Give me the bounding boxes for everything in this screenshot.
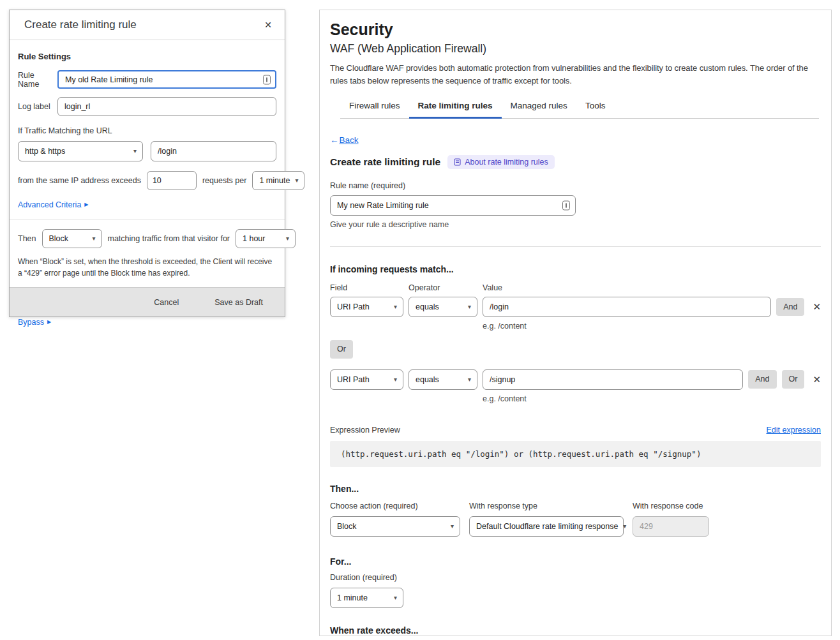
period-select[interactable]: 1 minute ▾ [252, 171, 304, 190]
back-row: ←Back [330, 135, 821, 145]
caret-down-icon: ▾ [468, 304, 471, 310]
rule-name-input[interactable] [57, 70, 276, 89]
advanced-criteria-label: Advanced Criteria [18, 200, 81, 209]
autofill-icon[interactable] [263, 75, 271, 84]
response-type-value: Default Cloudflare rate limiting respons… [476, 522, 618, 531]
advanced-criteria-link[interactable]: Advanced Criteria ▶ [18, 200, 89, 209]
document-icon [454, 158, 461, 166]
response-type-select[interactable]: Default Cloudflare rate limiting respons… [469, 516, 624, 537]
disclosure-icon: ▶ [47, 320, 51, 325]
form-title-row: Create rate limiting rule About rate lim… [330, 155, 821, 169]
operator-select-value: equals [416, 375, 439, 384]
autofill-icon[interactable] [562, 201, 570, 211]
ban-duration-select[interactable]: 1 hour ▾ [236, 229, 296, 248]
condition-column-labels: Field Operator Value [330, 283, 821, 292]
choose-action-label: Choose action (required) [330, 502, 460, 510]
or-button[interactable]: Or [782, 370, 805, 389]
tab-managed-rules[interactable]: Managed rules [502, 94, 576, 118]
log-label-input[interactable] [57, 97, 276, 116]
value-helper: e.g. /content [483, 394, 821, 403]
cancel-button[interactable]: Cancel [150, 297, 183, 308]
threshold-prefix-text: from the same IP address exceeds [18, 176, 141, 185]
tab-rate-limiting-rules[interactable]: Rate limiting rules [409, 94, 502, 118]
ban-duration-value: 1 hour [243, 234, 265, 243]
caret-down-icon: ▾ [295, 177, 298, 184]
rule-name-label: Rule Name [18, 71, 57, 89]
rate-heading: When rate exceeds... [330, 625, 821, 636]
field-select[interactable]: URI Path ▾ [330, 369, 403, 390]
duration-select-value: 1 minute [337, 593, 368, 602]
page-title: Security [330, 20, 821, 39]
rule-settings-heading: Rule Settings [18, 52, 276, 61]
condition-row: URI Path ▾ equals ▾ And Or ✕ [330, 369, 821, 390]
condition-row: URI Path ▾ equals ▾ And ✕ [330, 297, 821, 317]
period-select-value: 1 minute [259, 176, 290, 185]
field-select[interactable]: URI Path ▾ [330, 297, 403, 317]
value-column-label: Value [483, 283, 502, 292]
operator-select[interactable]: equals ▾ [409, 369, 477, 390]
remove-condition-icon[interactable]: ✕ [813, 374, 821, 385]
rule-name-helper: Give your rule a descriptive name [330, 220, 821, 229]
field-select-value: URI Path [337, 302, 370, 311]
scheme-select-value: http & https [25, 147, 65, 156]
url-match-row: http & https ▾ [18, 141, 276, 161]
field-select-value: URI Path [337, 375, 370, 384]
for-section: For... Duration (required) 1 minute ▾ [330, 556, 821, 608]
scheme-select[interactable]: http & https ▾ [18, 141, 143, 161]
or-button[interactable]: Or [330, 340, 353, 359]
block-note-text: When “Block” is set, when the threshold … [18, 256, 276, 279]
save-as-draft-button[interactable]: Save as Draft [211, 297, 267, 308]
legacy-rate-limit-dialog: Create rate limiting rule ✕ Rule Setting… [9, 10, 285, 317]
back-link[interactable]: ←Back [330, 135, 359, 145]
remove-condition-icon[interactable]: ✕ [813, 301, 821, 313]
about-badge-label: About rate limiting rules [465, 158, 548, 167]
caret-down-icon: ▾ [92, 235, 95, 242]
operator-select[interactable]: equals ▾ [409, 297, 477, 317]
value-input[interactable] [483, 297, 771, 317]
close-icon[interactable]: ✕ [264, 20, 272, 29]
rule-name-input[interactable] [330, 195, 576, 216]
page-subtitle: WAF (Web Application Firewall) [330, 42, 821, 56]
rate-section: When rate exceeds... Requests (required)… [330, 625, 821, 640]
then-suffix-text: matching traffic from that visitor for [108, 234, 230, 243]
response-code-input [633, 516, 709, 537]
url-input[interactable] [151, 141, 276, 161]
then-label: Then [18, 234, 36, 243]
then-section: Then... Choose action (required) Block ▾… [330, 484, 821, 537]
bypass-link[interactable]: Bypass ▶ [18, 318, 51, 327]
disclosure-icon: ▶ [84, 202, 88, 207]
expression-code: (http.request.uri.path eq "/login") or (… [330, 441, 821, 467]
expression-preview-label: Expression Preview [330, 426, 400, 435]
edit-expression-link[interactable]: Edit expression [767, 426, 821, 435]
then-heading: Then... [330, 484, 821, 494]
caret-down-icon: ▾ [394, 595, 397, 601]
traffic-matching-heading: If Traffic Matching the URL [18, 126, 276, 135]
caret-down-icon: ▾ [394, 304, 397, 310]
and-button[interactable]: And [748, 370, 776, 389]
divider [330, 246, 821, 247]
tab-tools[interactable]: Tools [576, 94, 615, 118]
dialog-title: Create rate limiting rule [24, 19, 137, 31]
threshold-input[interactable] [147, 171, 197, 190]
tab-firewall-rules[interactable]: Firewall rules [340, 94, 409, 118]
and-button[interactable]: And [776, 298, 804, 316]
action-select[interactable]: Block ▾ [42, 229, 102, 248]
caret-down-icon: ▾ [451, 523, 454, 530]
duration-select[interactable]: 1 minute ▾ [330, 588, 403, 608]
caret-down-icon: ▾ [468, 376, 471, 383]
waf-tab-bar: Firewall rules Rate limiting rules Manag… [340, 94, 819, 119]
threshold-suffix-text: requests per [202, 176, 246, 185]
value-input[interactable] [483, 369, 743, 390]
back-label: Back [340, 135, 359, 145]
dialog-header: Create rate limiting rule ✕ [10, 10, 285, 40]
operator-select-value: equals [416, 302, 439, 311]
about-rate-limiting-badge[interactable]: About rate limiting rules [447, 155, 555, 169]
bypass-label: Bypass [18, 318, 44, 327]
caret-down-icon: ▾ [394, 376, 397, 383]
back-arrow-icon: ← [330, 135, 339, 145]
log-label-label: Log label [18, 102, 57, 111]
action-select[interactable]: Block ▾ [330, 516, 460, 537]
log-label-row: Log label [18, 97, 276, 116]
threshold-row: from the same IP address exceeds request… [18, 171, 276, 190]
caret-down-icon: ▾ [133, 148, 137, 154]
